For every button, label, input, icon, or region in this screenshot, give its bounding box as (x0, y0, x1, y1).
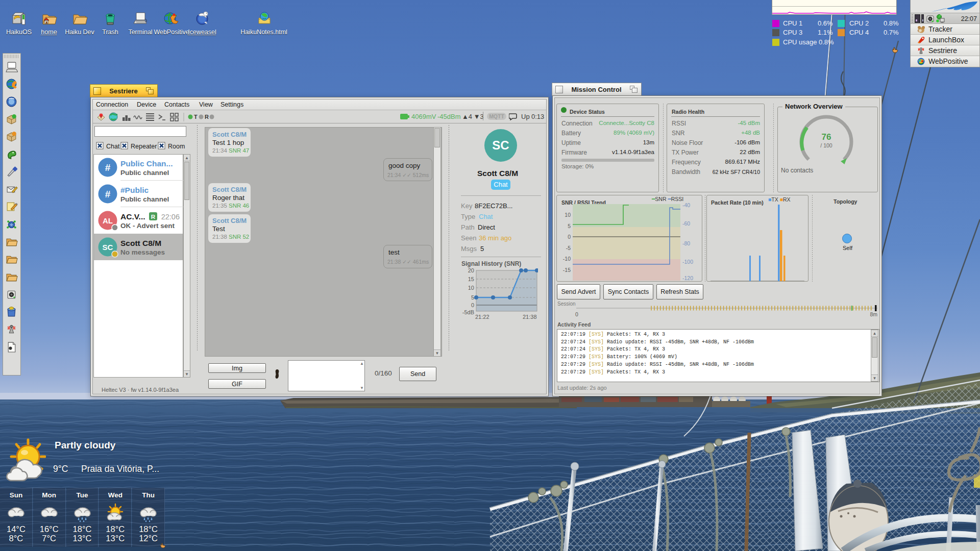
svg-text:8m: 8m (870, 311, 877, 317)
svg-text:0: 0 (575, 311, 578, 317)
svg-text:Chat: Chat (106, 143, 120, 150)
svg-text:T: T (194, 114, 198, 120)
svg-text:-5dB: -5dB (462, 309, 474, 315)
svg-text:Scott C8/M: Scott C8/M (120, 239, 161, 247)
svg-text:0: 0 (471, 302, 474, 308)
svg-text:#: # (105, 189, 111, 199)
svg-text:R: R (205, 114, 209, 120)
svg-text:21:38: 21:38 (523, 314, 537, 319)
svg-text:-80: -80 (682, 240, 690, 246)
svg-text:15: 15 (468, 276, 474, 282)
svg-text:#: # (105, 162, 111, 173)
svg-text:10: 10 (468, 285, 474, 291)
svg-text:AC.V...: AC.V... (120, 212, 145, 221)
svg-text:5: 5 (471, 294, 474, 300)
svg-text:0: 0 (568, 234, 571, 240)
svg-text:SC: SC (103, 243, 113, 252)
svg-text:-15: -15 (563, 267, 571, 273)
svg-text:-10: -10 (563, 256, 571, 262)
svg-text:-40: -40 (682, 203, 690, 208)
svg-text:R: R (151, 214, 156, 220)
svg-text:/ 100: / 100 (820, 142, 832, 148)
svg-text:Public channel: Public channel (120, 169, 169, 177)
svg-text:22:06: 22:06 (161, 213, 180, 221)
svg-text:10: 10 (565, 212, 571, 218)
svg-text:Public Chan...: Public Chan... (120, 159, 173, 168)
svg-text:76: 76 (822, 132, 831, 142)
svg-text:No messages: No messages (120, 248, 165, 256)
svg-text:20: 20 (468, 268, 474, 273)
svg-text:-60: -60 (682, 220, 690, 227)
svg-text:Room: Room (168, 143, 185, 150)
svg-text:Public channel: Public channel (120, 195, 169, 203)
svg-text:#Public: #Public (120, 186, 149, 194)
svg-text:OK - Advert sent: OK - Advert sent (120, 222, 175, 230)
svg-text:Repeater: Repeater (131, 143, 157, 150)
svg-text:5: 5 (568, 223, 571, 229)
svg-text:21:22: 21:22 (475, 314, 489, 319)
svg-text:-5: -5 (566, 245, 571, 251)
svg-text:-120: -120 (682, 275, 693, 281)
svg-text:-100: -100 (682, 259, 693, 265)
svg-text:AL: AL (103, 216, 113, 225)
